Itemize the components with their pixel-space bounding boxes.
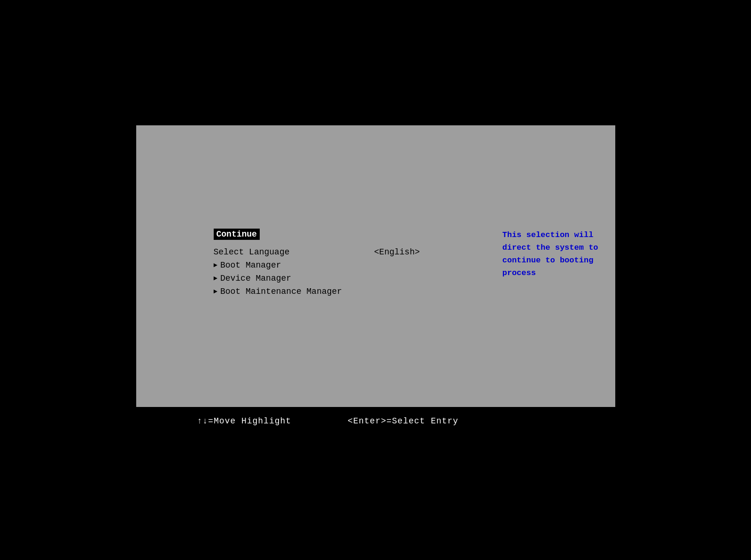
status-select-entry: <Enter>=Select Entry <box>348 416 458 426</box>
menu-area: Continue Select Language <English> ► Boo… <box>136 125 493 407</box>
screen-container: Continue Select Language <English> ► Boo… <box>0 0 751 560</box>
help-text: This selection will direct the system to… <box>503 229 606 280</box>
menu-item-boot-maintenance-manager-label: Boot Maintenance Manager <box>220 287 342 296</box>
status-move-highlight: ↑↓=Move Highlight <box>197 416 292 426</box>
help-area: This selection will direct the system to… <box>493 125 615 407</box>
menu-item-boot-maintenance-manager[interactable]: ► Boot Maintenance Manager <box>214 287 493 296</box>
arrow-icon-device-manager: ► <box>214 275 217 282</box>
status-bar: ↑↓=Move Highlight <Enter>=Select Entry <box>136 407 615 435</box>
menu-item-select-language[interactable]: Select Language <English> <box>214 247 493 257</box>
menu-item-select-language-label: Select Language <box>214 247 290 257</box>
menu-item-device-manager-label: Device Manager <box>220 274 291 283</box>
menu-item-device-manager[interactable]: ► Device Manager <box>214 274 493 283</box>
arrow-icon-boot-manager: ► <box>214 261 217 269</box>
menu-item-boot-manager-label: Boot Manager <box>220 261 281 270</box>
bios-panel: Continue Select Language <English> ► Boo… <box>136 125 615 407</box>
menu-item-boot-manager[interactable]: ► Boot Manager <box>214 261 493 270</box>
menu-item-select-language-value: <English> <box>374 247 420 257</box>
menu-item-continue[interactable]: Continue <box>214 229 260 240</box>
arrow-icon-boot-maintenance-manager: ► <box>214 288 217 295</box>
